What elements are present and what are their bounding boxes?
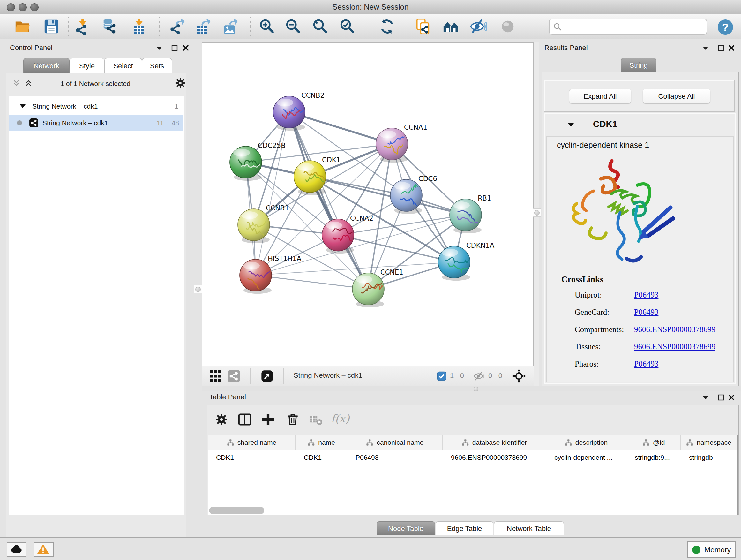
table-cell[interactable]: stringdb:9... — [626, 450, 681, 464]
zoom-out-icon[interactable] — [285, 18, 302, 35]
import-table-icon[interactable] — [131, 18, 148, 35]
network-node[interactable]: CDK1 — [294, 156, 340, 195]
table-cell[interactable]: P06493 — [347, 450, 443, 464]
tab-sets[interactable]: Sets — [142, 58, 172, 73]
network-node[interactable]: CCNA1 — [376, 124, 427, 163]
network-node[interactable]: HIST1H1A — [240, 255, 301, 294]
expand-all-button[interactable]: Expand All — [569, 89, 631, 104]
tab-edge-table[interactable]: Edge Table — [435, 521, 493, 536]
show-columns-icon[interactable] — [238, 412, 252, 427]
expand-all-chevron-icon[interactable] — [24, 79, 33, 87]
results-panel-close-icon[interactable] — [728, 44, 735, 51]
zoom-selected-icon[interactable] — [339, 18, 356, 35]
table-panel-close-icon[interactable] — [728, 394, 735, 401]
export-table-icon[interactable] — [195, 18, 212, 35]
search-input[interactable] — [564, 20, 703, 32]
horizontal-splitter[interactable] — [202, 386, 741, 391]
crosslink-value-link[interactable]: 9606.ENSP00000378699 — [634, 342, 716, 351]
table-row[interactable]: CDK1CDK1P064939606.ENSP00000378699cyclin… — [208, 450, 737, 464]
collapse-all-button[interactable]: Collapse All — [643, 89, 711, 104]
control-panel-menu-icon[interactable] — [156, 46, 163, 51]
results-panel-menu-icon[interactable] — [702, 46, 709, 51]
tab-string[interactable]: String — [621, 58, 656, 72]
node-label: CCNE1 — [381, 268, 403, 276]
tab-network[interactable]: Network — [23, 58, 70, 73]
table-cell[interactable]: CDK1 — [295, 450, 347, 464]
crosslink-value-link[interactable]: P06493 — [634, 360, 658, 368]
table-cell[interactable]: 9606.ENSP00000378699 — [443, 450, 546, 464]
collapse-all-chevron-icon[interactable] — [12, 79, 21, 87]
warning-status-button[interactable] — [34, 543, 54, 557]
new-network-from-selection-icon[interactable] — [415, 18, 432, 35]
table-options-gear-icon[interactable] — [215, 413, 228, 426]
network-canvas[interactable]: CCNB2CCNA1CDC25BCDK1CDC6RB1CCNB1CCNA2CDK… — [202, 43, 534, 366]
network-edge[interactable] — [338, 235, 454, 262]
results-panel-body: Expand All Collapse All CDK1 cyclin-depe… — [542, 72, 739, 386]
table-cell[interactable]: stringdb — [681, 450, 737, 464]
column-header-canonical-name[interactable]: canonical name — [347, 435, 443, 450]
crosslink-value-link[interactable]: P06493 — [634, 308, 658, 316]
save-session-icon[interactable] — [43, 18, 60, 35]
create-column-plus-icon[interactable] — [261, 412, 275, 427]
birds-eye-grid-icon[interactable] — [209, 369, 222, 383]
help-icon[interactable]: ? — [717, 18, 734, 36]
tab-select[interactable]: Select — [105, 58, 142, 73]
home-icon[interactable] — [442, 18, 460, 35]
gene-section-expander-icon[interactable] — [567, 122, 575, 127]
tab-node-table[interactable]: Node Table — [377, 521, 435, 536]
open-session-icon[interactable] — [14, 18, 31, 35]
tree-expander-icon[interactable] — [19, 104, 26, 109]
network-node[interactable]: RB1 — [450, 194, 491, 233]
network-overview-icon[interactable] — [227, 369, 241, 383]
results-panel-float-icon[interactable] — [718, 44, 724, 51]
network-node[interactable]: CDC6 — [390, 175, 437, 214]
control-panel-close-icon[interactable] — [182, 44, 189, 51]
network-edge[interactable] — [256, 112, 289, 275]
network-node[interactable]: CCNA2 — [322, 214, 374, 253]
open-in-window-icon[interactable] — [261, 370, 273, 382]
refresh-icon[interactable] — [379, 18, 396, 35]
memory-button[interactable]: Memory — [687, 542, 736, 558]
pan-crosshair-icon[interactable] — [512, 369, 526, 383]
vertical-splitter-handle-right[interactable] — [533, 208, 541, 217]
network-options-gear-icon[interactable] — [175, 77, 186, 89]
table-panel-menu-icon[interactable] — [702, 395, 709, 400]
network-edge[interactable] — [256, 275, 368, 289]
network-row-selected[interactable]: String Network – cdk1 11 48 — [9, 115, 184, 131]
column-header--id[interactable]: @id — [626, 435, 681, 450]
column-header-database-identifier[interactable]: database identifier — [443, 435, 546, 450]
network-node[interactable]: CCNB1 — [238, 204, 289, 243]
column-header-namespace[interactable]: namespace — [681, 435, 737, 450]
crosslink-value-link[interactable]: 9606.ENSP00000378699 — [634, 325, 716, 334]
column-header-name[interactable]: name — [295, 435, 347, 450]
tab-network-table[interactable]: Network Table — [494, 521, 564, 536]
table-cell[interactable]: CDK1 — [208, 450, 295, 464]
hide-selected-eye-icon[interactable] — [469, 18, 487, 35]
cloud-status-button[interactable] — [7, 543, 26, 557]
import-network-from-database-icon[interactable] — [101, 18, 118, 35]
table-panel-float-icon[interactable] — [718, 394, 724, 401]
column-header-shared-name[interactable]: shared name — [208, 435, 295, 450]
export-image-icon[interactable] — [222, 18, 239, 35]
import-network-icon[interactable] — [74, 18, 91, 35]
delete-table-icon — [309, 414, 323, 426]
tab-style[interactable]: Style — [70, 58, 105, 73]
zoom-fit-icon[interactable] — [312, 18, 329, 35]
network-graph[interactable]: CCNB2CCNA1CDC25BCDK1CDC6RB1CCNB1CCNA2CDK… — [202, 43, 533, 366]
column-header-description[interactable]: description — [546, 435, 626, 450]
control-panel-float-icon[interactable] — [171, 44, 178, 51]
delete-columns-trash-icon[interactable] — [286, 412, 300, 426]
network-node[interactable]: CDC25B — [230, 142, 286, 181]
vertical-splitter-handle-left[interactable] — [194, 285, 202, 294]
export-network-icon[interactable] — [169, 18, 186, 35]
horizontal-splitter-handle[interactable] — [474, 387, 478, 391]
table-horizontal-scrollbar[interactable] — [209, 507, 264, 514]
table-cell[interactable]: cyclin-dependent ... — [546, 450, 626, 464]
network-node[interactable]: CCNB2 — [273, 91, 325, 131]
crosslink-value-link[interactable]: P06493 — [634, 291, 658, 299]
selected-checkbox-icon[interactable] — [436, 371, 447, 381]
network-collection-row[interactable]: String Network – cdk1 1 — [9, 98, 184, 115]
function-builder-icon: f(x) — [331, 412, 349, 425]
toolbar-divider — [469, 368, 469, 384]
zoom-in-icon[interactable] — [259, 18, 276, 35]
